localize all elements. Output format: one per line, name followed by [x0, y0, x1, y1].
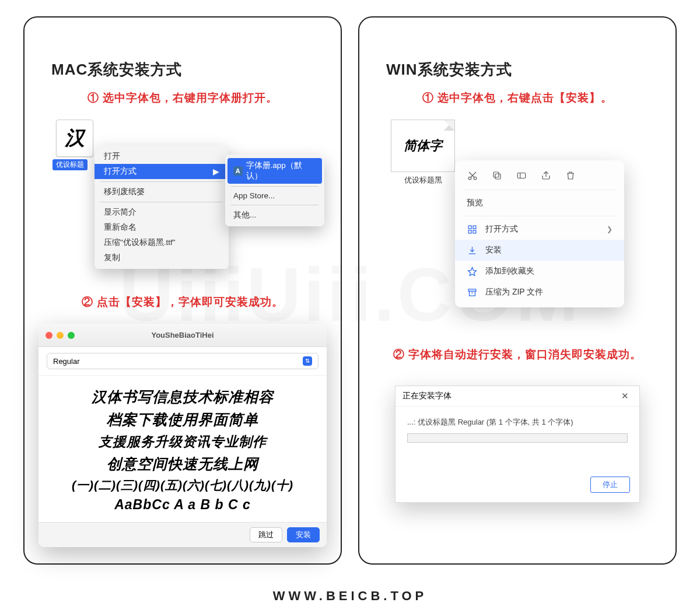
win-menu-zip-label: 压缩为 ZIP 文件	[485, 287, 543, 297]
stop-button[interactable]: 停止	[590, 477, 630, 493]
menu-compress[interactable]: 压缩"优设标题黑.ttf"	[94, 235, 229, 250]
submenu-divider	[231, 186, 318, 187]
svg-rect-8	[473, 230, 475, 233]
win-menu-preview-label: 预览	[467, 198, 483, 208]
cut-icon[interactable]	[467, 170, 478, 181]
svg-rect-7	[468, 230, 471, 233]
mac-step2: ② 点击【安装】，字体即可安装成功。	[38, 295, 327, 310]
fontbook-window: YouSheBiaoTiHei Regular ⇅ 汉体书写信息技术标准相容 档…	[38, 324, 327, 547]
mac-step1: ① 选中字体包，右键用字体册打开。	[38, 90, 327, 106]
preview-line: 支援服务升级资讯专业制作	[49, 433, 316, 451]
preview-line: 档案下载使用界面简单	[49, 410, 316, 429]
svg-rect-4	[517, 173, 526, 178]
preview-line: AaBbCc A a B b C c	[49, 497, 316, 513]
footer-url: WWW.BEICB.TOP	[0, 589, 700, 604]
rename-icon[interactable]	[516, 170, 527, 181]
svg-rect-10	[469, 291, 475, 296]
win-menu-zip[interactable]: 压缩为 ZIP 文件	[455, 282, 624, 303]
menu-divider	[100, 202, 223, 202]
win-menu-install-label: 安装	[485, 245, 502, 255]
win-install-dialog: 正在安装字体 ✕ ...: 优设标题黑 Regular (第 1 个字体, 共 …	[395, 386, 640, 503]
download-icon	[467, 245, 477, 255]
mac-font-file-label: 优设标题	[52, 159, 88, 170]
menu-divider	[100, 181, 223, 182]
svg-rect-3	[494, 172, 499, 177]
chevron-right-icon: ▶	[213, 167, 219, 176]
menu-rename[interactable]: 重新命名	[94, 220, 229, 235]
delete-icon[interactable]	[565, 170, 576, 181]
menu-trash[interactable]: 移到废纸篓	[94, 184, 229, 199]
svg-rect-5	[468, 226, 471, 229]
win-menu-favorite-label: 添加到收藏夹	[485, 266, 534, 276]
fontbook-app-icon: A	[233, 166, 243, 176]
updown-icon: ⇅	[303, 356, 312, 366]
open-with-icon	[467, 224, 477, 234]
font-preview: 汉体书写信息技术标准相容 档案下载使用界面简单 支援服务升级资讯专业制作 创意空…	[38, 376, 327, 522]
fontbook-titlebar: YouSheBiaoTiHei	[38, 324, 327, 347]
svg-rect-6	[473, 226, 475, 229]
preview-line: (一)(二)(三)(四)(五)(六)(七)(八)(九)(十)	[49, 477, 316, 493]
win-menu-open-with[interactable]: 打开方式 ❯	[455, 219, 624, 240]
star-icon	[467, 266, 477, 276]
win-step1: ① 选中字体包，右键点击【安装】。	[373, 90, 662, 106]
submenu-appstore[interactable]: App Store...	[225, 189, 324, 202]
svg-rect-2	[495, 174, 501, 179]
menu-open[interactable]: 打开	[94, 149, 229, 164]
skip-button[interactable]: 跳过	[250, 527, 282, 542]
preview-line: 创意空间快速无线上网	[49, 454, 316, 474]
menu-divider	[463, 216, 616, 216]
archive-icon	[467, 287, 477, 297]
win-font-file-label: 优设标题黑	[391, 176, 455, 185]
share-icon[interactable]	[540, 170, 552, 181]
dialog-body-text: ...: 优设标题黑 Regular (第 1 个字体, 共 1 个字体)	[407, 417, 628, 428]
win-panel-title: WIN系统安装方式	[373, 59, 662, 80]
menu-info[interactable]: 显示简介	[94, 205, 229, 220]
copy-icon[interactable]	[491, 170, 503, 181]
menu-copy[interactable]: 复制	[94, 250, 229, 265]
mac-context-menu: 打开 打开方式 ▶ 移到废纸篓 显示简介 重新命名 压缩"优设标题黑.ttf" …	[94, 145, 229, 269]
mac-font-file-icon[interactable]: 汉	[56, 120, 93, 157]
mac-panel: MAC系统安装方式 ① 选中字体包，右键用字体册打开。 汉 优设标题 打开 打开…	[23, 16, 342, 565]
menu-divider	[463, 190, 616, 190]
win-menu-toolbar	[455, 165, 624, 187]
install-button[interactable]: 安装	[287, 527, 320, 542]
submenu-fontbook-label: 字体册.app（默认）	[246, 160, 316, 181]
win-menu-preview[interactable]: 预览	[455, 192, 624, 213]
menu-open-with[interactable]: 打开方式 ▶	[94, 164, 229, 179]
win-step2: ② 字体将自动进行安装，窗口消失即安装成功。	[373, 347, 662, 362]
submenu-divider	[231, 205, 318, 205]
win-panel: WIN系统安装方式 ① 选中字体包，右键点击【安装】。 简体字 优设标题黑 预览	[358, 16, 677, 565]
progress-bar	[407, 433, 628, 443]
mac-panel-title: MAC系统安装方式	[38, 59, 327, 80]
win-menu-open-with-label: 打开方式	[485, 224, 518, 234]
chevron-right-icon: ❯	[607, 225, 612, 233]
win-menu-favorite[interactable]: 添加到收藏夹	[455, 261, 624, 282]
font-style-select[interactable]: Regular ⇅	[47, 353, 318, 369]
preview-line: 汉体书写信息技术标准相容	[49, 387, 316, 407]
submenu-fontbook[interactable]: A 字体册.app（默认）	[228, 158, 322, 184]
mac-submenu: A 字体册.app（默认） App Store... 其他...	[225, 155, 324, 226]
menu-open-with-label: 打开方式	[104, 166, 136, 177]
win-menu-install[interactable]: 安装	[455, 240, 624, 261]
close-icon[interactable]: ✕	[618, 391, 632, 401]
font-style-value: Regular	[53, 357, 80, 366]
fontbook-title: YouSheBiaoTiHei	[38, 331, 327, 339]
submenu-other[interactable]: 其他...	[225, 208, 324, 223]
dialog-title: 正在安装字体	[402, 391, 452, 401]
win-context-menu: 预览 打开方式 ❯ 安装 添加到收藏夹 压缩为 Z	[455, 160, 624, 307]
win-font-file-icon[interactable]: 简体字	[391, 120, 455, 172]
